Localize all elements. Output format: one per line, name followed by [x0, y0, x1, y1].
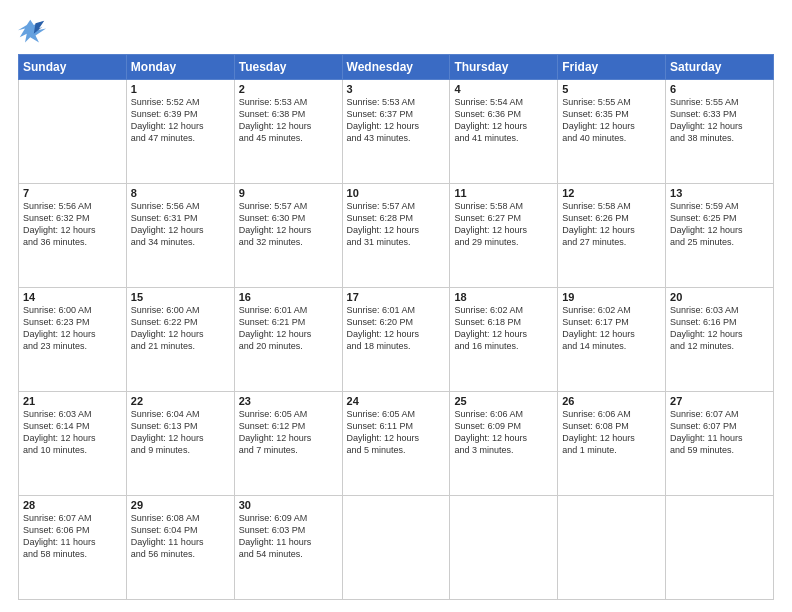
day-info: Sunrise: 5:57 AM Sunset: 6:30 PM Dayligh…	[239, 200, 338, 249]
day-number: 3	[347, 83, 446, 95]
day-cell	[342, 496, 450, 600]
calendar: SundayMondayTuesdayWednesdayThursdayFrid…	[18, 54, 774, 600]
day-number: 9	[239, 187, 338, 199]
day-cell: 4Sunrise: 5:54 AM Sunset: 6:36 PM Daylig…	[450, 80, 558, 184]
day-number: 10	[347, 187, 446, 199]
day-cell: 22Sunrise: 6:04 AM Sunset: 6:13 PM Dayli…	[126, 392, 234, 496]
day-cell: 5Sunrise: 5:55 AM Sunset: 6:35 PM Daylig…	[558, 80, 666, 184]
day-cell: 25Sunrise: 6:06 AM Sunset: 6:09 PM Dayli…	[450, 392, 558, 496]
day-number: 27	[670, 395, 769, 407]
day-number: 4	[454, 83, 553, 95]
day-number: 8	[131, 187, 230, 199]
day-number: 18	[454, 291, 553, 303]
day-cell: 6Sunrise: 5:55 AM Sunset: 6:33 PM Daylig…	[666, 80, 774, 184]
day-cell: 26Sunrise: 6:06 AM Sunset: 6:08 PM Dayli…	[558, 392, 666, 496]
day-cell	[19, 80, 127, 184]
day-cell: 17Sunrise: 6:01 AM Sunset: 6:20 PM Dayli…	[342, 288, 450, 392]
day-cell: 2Sunrise: 5:53 AM Sunset: 6:38 PM Daylig…	[234, 80, 342, 184]
week-row-4: 21Sunrise: 6:03 AM Sunset: 6:14 PM Dayli…	[19, 392, 774, 496]
day-info: Sunrise: 5:56 AM Sunset: 6:31 PM Dayligh…	[131, 200, 230, 249]
weekday-header-row: SundayMondayTuesdayWednesdayThursdayFrid…	[19, 55, 774, 80]
week-row-3: 14Sunrise: 6:00 AM Sunset: 6:23 PM Dayli…	[19, 288, 774, 392]
day-number: 1	[131, 83, 230, 95]
weekday-wednesday: Wednesday	[342, 55, 450, 80]
day-number: 29	[131, 499, 230, 511]
day-info: Sunrise: 6:06 AM Sunset: 6:09 PM Dayligh…	[454, 408, 553, 457]
day-number: 6	[670, 83, 769, 95]
day-cell: 30Sunrise: 6:09 AM Sunset: 6:03 PM Dayli…	[234, 496, 342, 600]
logo-icon	[18, 18, 46, 46]
day-number: 28	[23, 499, 122, 511]
day-number: 16	[239, 291, 338, 303]
day-info: Sunrise: 5:52 AM Sunset: 6:39 PM Dayligh…	[131, 96, 230, 145]
day-info: Sunrise: 6:03 AM Sunset: 6:14 PM Dayligh…	[23, 408, 122, 457]
day-number: 5	[562, 83, 661, 95]
day-cell: 10Sunrise: 5:57 AM Sunset: 6:28 PM Dayli…	[342, 184, 450, 288]
week-row-1: 1Sunrise: 5:52 AM Sunset: 6:39 PM Daylig…	[19, 80, 774, 184]
day-info: Sunrise: 6:05 AM Sunset: 6:12 PM Dayligh…	[239, 408, 338, 457]
page-header	[18, 18, 774, 46]
day-info: Sunrise: 6:08 AM Sunset: 6:04 PM Dayligh…	[131, 512, 230, 561]
week-row-5: 28Sunrise: 6:07 AM Sunset: 6:06 PM Dayli…	[19, 496, 774, 600]
day-cell: 20Sunrise: 6:03 AM Sunset: 6:16 PM Dayli…	[666, 288, 774, 392]
day-cell: 3Sunrise: 5:53 AM Sunset: 6:37 PM Daylig…	[342, 80, 450, 184]
day-info: Sunrise: 6:00 AM Sunset: 6:22 PM Dayligh…	[131, 304, 230, 353]
day-cell: 12Sunrise: 5:58 AM Sunset: 6:26 PM Dayli…	[558, 184, 666, 288]
weekday-monday: Monday	[126, 55, 234, 80]
logo	[18, 18, 50, 46]
day-info: Sunrise: 5:57 AM Sunset: 6:28 PM Dayligh…	[347, 200, 446, 249]
weekday-friday: Friday	[558, 55, 666, 80]
week-row-2: 7Sunrise: 5:56 AM Sunset: 6:32 PM Daylig…	[19, 184, 774, 288]
day-info: Sunrise: 5:53 AM Sunset: 6:38 PM Dayligh…	[239, 96, 338, 145]
day-info: Sunrise: 6:09 AM Sunset: 6:03 PM Dayligh…	[239, 512, 338, 561]
day-info: Sunrise: 6:01 AM Sunset: 6:20 PM Dayligh…	[347, 304, 446, 353]
day-cell: 28Sunrise: 6:07 AM Sunset: 6:06 PM Dayli…	[19, 496, 127, 600]
day-number: 14	[23, 291, 122, 303]
day-info: Sunrise: 6:00 AM Sunset: 6:23 PM Dayligh…	[23, 304, 122, 353]
day-number: 26	[562, 395, 661, 407]
weekday-tuesday: Tuesday	[234, 55, 342, 80]
day-number: 7	[23, 187, 122, 199]
day-cell: 13Sunrise: 5:59 AM Sunset: 6:25 PM Dayli…	[666, 184, 774, 288]
day-info: Sunrise: 6:06 AM Sunset: 6:08 PM Dayligh…	[562, 408, 661, 457]
day-cell: 29Sunrise: 6:08 AM Sunset: 6:04 PM Dayli…	[126, 496, 234, 600]
day-cell: 16Sunrise: 6:01 AM Sunset: 6:21 PM Dayli…	[234, 288, 342, 392]
day-cell	[450, 496, 558, 600]
day-cell: 1Sunrise: 5:52 AM Sunset: 6:39 PM Daylig…	[126, 80, 234, 184]
day-cell: 11Sunrise: 5:58 AM Sunset: 6:27 PM Dayli…	[450, 184, 558, 288]
day-cell: 8Sunrise: 5:56 AM Sunset: 6:31 PM Daylig…	[126, 184, 234, 288]
day-number: 24	[347, 395, 446, 407]
day-info: Sunrise: 6:05 AM Sunset: 6:11 PM Dayligh…	[347, 408, 446, 457]
day-number: 22	[131, 395, 230, 407]
day-info: Sunrise: 6:03 AM Sunset: 6:16 PM Dayligh…	[670, 304, 769, 353]
day-number: 17	[347, 291, 446, 303]
weekday-sunday: Sunday	[19, 55, 127, 80]
day-info: Sunrise: 5:55 AM Sunset: 6:35 PM Dayligh…	[562, 96, 661, 145]
day-cell: 21Sunrise: 6:03 AM Sunset: 6:14 PM Dayli…	[19, 392, 127, 496]
day-number: 23	[239, 395, 338, 407]
day-info: Sunrise: 5:53 AM Sunset: 6:37 PM Dayligh…	[347, 96, 446, 145]
day-info: Sunrise: 6:02 AM Sunset: 6:17 PM Dayligh…	[562, 304, 661, 353]
day-cell: 9Sunrise: 5:57 AM Sunset: 6:30 PM Daylig…	[234, 184, 342, 288]
day-number: 20	[670, 291, 769, 303]
weekday-thursday: Thursday	[450, 55, 558, 80]
day-info: Sunrise: 5:56 AM Sunset: 6:32 PM Dayligh…	[23, 200, 122, 249]
day-cell: 19Sunrise: 6:02 AM Sunset: 6:17 PM Dayli…	[558, 288, 666, 392]
day-info: Sunrise: 5:54 AM Sunset: 6:36 PM Dayligh…	[454, 96, 553, 145]
day-info: Sunrise: 5:58 AM Sunset: 6:27 PM Dayligh…	[454, 200, 553, 249]
day-info: Sunrise: 6:07 AM Sunset: 6:07 PM Dayligh…	[670, 408, 769, 457]
day-number: 12	[562, 187, 661, 199]
day-cell: 7Sunrise: 5:56 AM Sunset: 6:32 PM Daylig…	[19, 184, 127, 288]
day-number: 11	[454, 187, 553, 199]
day-number: 25	[454, 395, 553, 407]
day-number: 13	[670, 187, 769, 199]
day-info: Sunrise: 5:55 AM Sunset: 6:33 PM Dayligh…	[670, 96, 769, 145]
day-number: 2	[239, 83, 338, 95]
day-cell: 27Sunrise: 6:07 AM Sunset: 6:07 PM Dayli…	[666, 392, 774, 496]
day-info: Sunrise: 6:04 AM Sunset: 6:13 PM Dayligh…	[131, 408, 230, 457]
day-cell: 24Sunrise: 6:05 AM Sunset: 6:11 PM Dayli…	[342, 392, 450, 496]
weekday-saturday: Saturday	[666, 55, 774, 80]
day-cell: 23Sunrise: 6:05 AM Sunset: 6:12 PM Dayli…	[234, 392, 342, 496]
day-number: 30	[239, 499, 338, 511]
day-cell: 18Sunrise: 6:02 AM Sunset: 6:18 PM Dayli…	[450, 288, 558, 392]
